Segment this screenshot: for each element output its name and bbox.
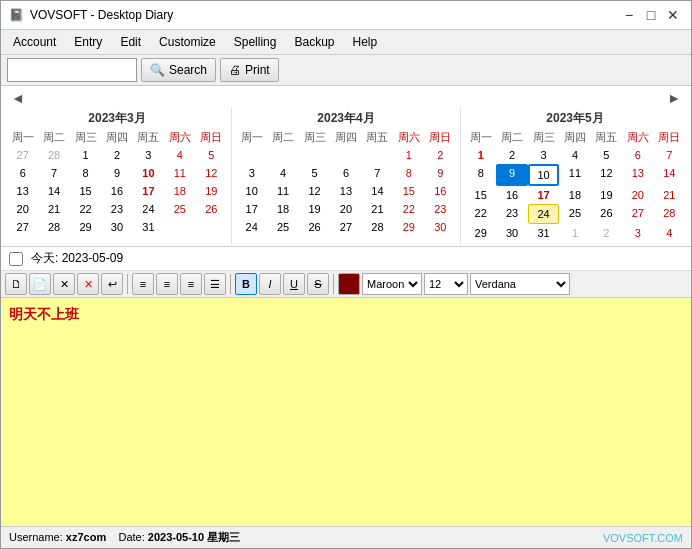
table-row[interactable]: 1 (465, 146, 496, 164)
table-row[interactable]: 11 (559, 164, 590, 186)
table-row[interactable]: 5 (591, 146, 622, 164)
table-row[interactable]: 23 (425, 200, 456, 218)
color-picker-button[interactable] (338, 273, 360, 295)
table-row[interactable]: 14 (654, 164, 685, 186)
table-row[interactable]: 7 (38, 164, 69, 182)
undo-button[interactable]: ↩ (101, 273, 123, 295)
table-row[interactable]: 4 (654, 224, 685, 242)
table-row[interactable]: 29 (393, 218, 424, 236)
table-row[interactable]: 3 (133, 146, 164, 164)
table-row[interactable]: 19 (196, 182, 227, 200)
menu-edit[interactable]: Edit (112, 32, 149, 52)
table-row[interactable]: 16 (425, 182, 456, 200)
table-row[interactable]: 2 (425, 146, 456, 164)
table-row[interactable]: 21 (362, 200, 393, 218)
table-row[interactable]: 20 (330, 200, 361, 218)
table-row[interactable]: 16 (496, 186, 527, 204)
table-row[interactable]: 23 (101, 200, 132, 218)
search-input[interactable] (7, 58, 137, 82)
table-row[interactable]: 19 (591, 186, 622, 204)
table-row[interactable]: 29 (465, 224, 496, 242)
table-row[interactable]: 16 (101, 182, 132, 200)
table-row[interactable]: 28 (654, 204, 685, 224)
table-row[interactable]: 26 (196, 200, 227, 218)
new-file-button[interactable]: 🗋 (5, 273, 27, 295)
print-button[interactable]: 🖨 Print (220, 58, 279, 82)
table-row[interactable]: 4 (559, 146, 590, 164)
table-row[interactable]: 21 (38, 200, 69, 218)
table-row[interactable]: 19 (299, 200, 330, 218)
table-row[interactable]: 20 (7, 200, 38, 218)
menu-backup[interactable]: Backup (286, 32, 342, 52)
table-row[interactable]: 12 (299, 182, 330, 200)
maximize-button[interactable]: □ (641, 5, 661, 25)
table-row[interactable]: 7 (654, 146, 685, 164)
strikethrough-button[interactable]: S (307, 273, 329, 295)
table-row[interactable]: 8 (393, 164, 424, 182)
table-row[interactable]: 11 (267, 182, 298, 200)
table-row[interactable]: 22 (393, 200, 424, 218)
table-row[interactable]: 25 (164, 200, 195, 218)
may-10-today[interactable]: 10 (528, 164, 559, 186)
delete-button[interactable]: ✕ (53, 273, 75, 295)
close-button[interactable]: ✕ (663, 5, 683, 25)
next-month-button[interactable]: ► (663, 90, 685, 106)
table-row[interactable]: 14 (362, 182, 393, 200)
table-row[interactable]: 28 (38, 218, 69, 236)
font-name-select[interactable]: Verdana Arial Times New Roman Courier Ne… (470, 273, 570, 295)
table-row[interactable]: 30 (425, 218, 456, 236)
table-row[interactable]: 28 (38, 146, 69, 164)
table-row[interactable]: 18 (267, 200, 298, 218)
table-row[interactable]: 6 (7, 164, 38, 182)
table-row[interactable]: 30 (496, 224, 527, 242)
table-row[interactable]: 26 (299, 218, 330, 236)
menu-spelling[interactable]: Spelling (226, 32, 285, 52)
table-row[interactable]: 25 (267, 218, 298, 236)
table-row[interactable]: 22 (465, 204, 496, 224)
table-row[interactable]: 24 (133, 200, 164, 218)
table-row[interactable]: 28 (362, 218, 393, 236)
table-row[interactable]: 1 (70, 146, 101, 164)
table-row[interactable]: 30 (101, 218, 132, 236)
menu-entry[interactable]: Entry (66, 32, 110, 52)
table-row[interactable]: 2 (496, 146, 527, 164)
table-row[interactable]: 27 (330, 218, 361, 236)
table-row[interactable]: 24 (528, 204, 559, 224)
table-row[interactable]: 7 (362, 164, 393, 182)
table-row[interactable]: 31 (528, 224, 559, 242)
table-row[interactable]: 14 (38, 182, 69, 200)
table-row[interactable]: 18 (164, 182, 195, 200)
table-row[interactable]: 12 (196, 164, 227, 182)
may-9-selected[interactable]: 9 (496, 164, 527, 186)
editor-area[interactable]: 明天不上班 (1, 298, 691, 526)
delete-x-button[interactable]: ✕ (77, 273, 99, 295)
table-row[interactable]: 10 (236, 182, 267, 200)
table-row[interactable]: 31 (133, 218, 164, 236)
table-row[interactable]: 6 (330, 164, 361, 182)
italic-button[interactable]: I (259, 273, 281, 295)
table-row[interactable]: 25 (559, 204, 590, 224)
minimize-button[interactable]: − (619, 5, 639, 25)
table-row[interactable]: 9 (101, 164, 132, 182)
color-select[interactable]: Maroon (362, 273, 422, 295)
table-row[interactable]: 13 (7, 182, 38, 200)
table-row[interactable]: 13 (622, 164, 653, 186)
table-row[interactable]: 3 (236, 164, 267, 182)
table-row[interactable]: 1 (559, 224, 590, 242)
table-row[interactable]: 27 (7, 146, 38, 164)
table-row[interactable]: 21 (654, 186, 685, 204)
align-left-button[interactable]: ≡ (132, 273, 154, 295)
font-size-select[interactable]: 12 8 10 14 16 18 24 (424, 273, 468, 295)
table-row[interactable]: 22 (70, 200, 101, 218)
table-row[interactable]: 23 (496, 204, 527, 224)
table-row[interactable]: 18 (559, 186, 590, 204)
table-row[interactable]: 3 (528, 146, 559, 164)
table-row[interactable]: 2 (591, 224, 622, 242)
bullets-button[interactable]: ☰ (204, 273, 226, 295)
table-row[interactable]: 10 (133, 164, 164, 182)
table-row[interactable]: 27 (7, 218, 38, 236)
search-button[interactable]: 🔍 Search (141, 58, 216, 82)
table-row[interactable]: 12 (591, 164, 622, 186)
table-row[interactable]: 8 (70, 164, 101, 182)
table-row[interactable]: 27 (622, 204, 653, 224)
